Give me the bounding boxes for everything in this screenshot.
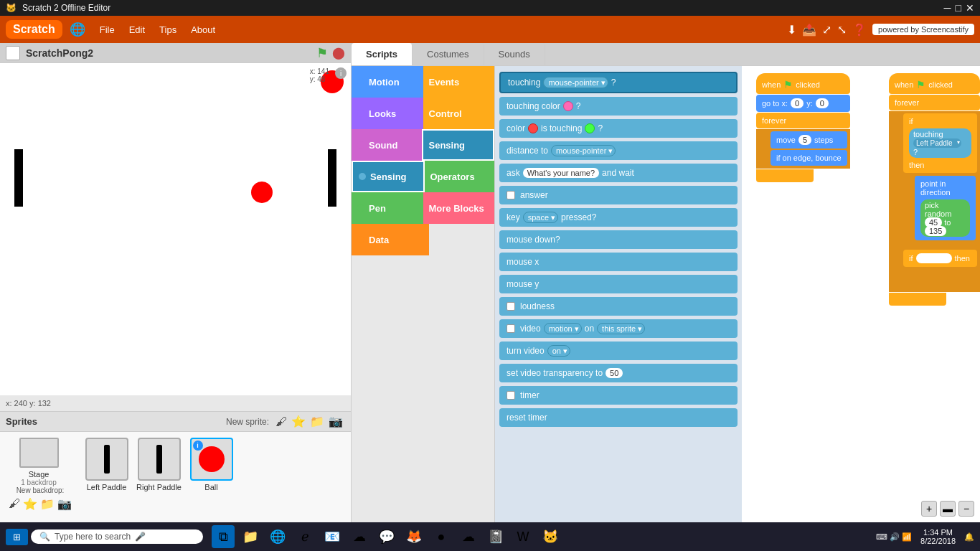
app5-button[interactable]: ☁ xyxy=(348,525,371,548)
go-to-block[interactable]: go to x: 0 y: 0 xyxy=(756,95,850,112)
stage-sprite-item[interactable]: Stage 1 backdrop New backdrop: 🖌 ⭐ 📁 📷 xyxy=(6,438,72,511)
new-sprite-button[interactable]: ⭐ xyxy=(291,415,306,428)
timer-checkbox[interactable] xyxy=(507,391,515,400)
color-swatch-2[interactable] xyxy=(585,123,595,133)
video-trans-input[interactable]: 50 xyxy=(606,368,623,378)
outlook-button[interactable]: 📧 xyxy=(321,525,344,548)
tab-scripts[interactable]: Scripts xyxy=(352,43,413,65)
if-touching-block[interactable]: if touching Left Paddle▾ ? then xyxy=(903,113,977,173)
onenote-button[interactable]: 📓 xyxy=(484,525,507,548)
stage-info-icon[interactable]: i xyxy=(335,67,347,79)
camera-backdrop-button[interactable]: 📷 xyxy=(57,497,72,511)
turn-video-block[interactable]: turn video on xyxy=(499,342,738,360)
distance-to-block[interactable]: distance to mouse-pointer xyxy=(499,141,738,160)
paint-sprite-button[interactable]: 🖌 xyxy=(275,415,287,428)
if-empty-block[interactable]: if then xyxy=(903,250,977,267)
answer-checkbox[interactable] xyxy=(507,191,515,199)
left-paddle-item[interactable]: Left Paddle xyxy=(83,438,130,491)
when-clicked-hat-2[interactable]: when ⚑ clicked xyxy=(889,73,980,94)
events-category[interactable]: Events xyxy=(423,66,495,98)
ie-button[interactable]: ℯ xyxy=(293,525,316,548)
upload-backdrop-button[interactable]: 📁 xyxy=(40,497,55,511)
tips-menu[interactable]: Tips xyxy=(152,20,184,39)
answer-block[interactable]: answer xyxy=(499,186,738,204)
data-category[interactable]: Data xyxy=(352,224,429,255)
ask-input[interactable]: What's your name? xyxy=(523,168,599,178)
color-swatch[interactable] xyxy=(528,123,538,133)
close-button[interactable]: ✕ xyxy=(966,2,974,14)
loudness-block[interactable]: loudness xyxy=(499,297,738,316)
tab-sounds[interactable]: Sounds xyxy=(484,43,545,65)
zoom-out-button[interactable]: + xyxy=(921,501,937,517)
import-backdrop-button[interactable]: ⭐ xyxy=(23,497,37,511)
video-sprite-dropdown[interactable]: this sprite xyxy=(597,323,645,334)
sensing-category[interactable]: Sensing xyxy=(352,161,425,192)
touching-dropdown[interactable]: mouse-pointer xyxy=(543,77,608,88)
file-explorer-button[interactable]: 📁 xyxy=(239,525,262,548)
reset-timer-block[interactable]: reset timer xyxy=(499,408,738,427)
minimize-button[interactable]: ─ xyxy=(944,2,951,14)
about-menu[interactable]: About xyxy=(184,20,222,39)
x-input[interactable]: 0 xyxy=(791,98,804,108)
ask-block[interactable]: ask What's your name? and wait xyxy=(499,164,738,182)
task-view-button[interactable]: ⧉ xyxy=(212,525,235,548)
mouse-down-block[interactable]: mouse down? xyxy=(499,230,738,249)
loudness-checkbox[interactable] xyxy=(507,302,515,311)
paint-backdrop-button[interactable]: 🖌 xyxy=(9,497,20,511)
pen-category[interactable]: Pen xyxy=(352,192,423,224)
zoom-in-button[interactable]: − xyxy=(958,501,974,517)
language-menu[interactable]: 🌐 xyxy=(70,22,85,37)
bounce-block[interactable]: if on edge, bounce xyxy=(771,150,847,166)
word-button[interactable]: W xyxy=(512,525,534,548)
app11-button[interactable]: 🐱 xyxy=(539,525,562,548)
color-touching-block[interactable]: color is touching ? xyxy=(499,119,738,138)
sensing-category-right[interactable]: Sensing xyxy=(422,129,495,161)
control-category[interactable]: Control xyxy=(423,98,495,129)
edge-button[interactable]: 🌐 xyxy=(266,525,289,548)
forever-block-1[interactable]: forever xyxy=(756,113,850,128)
touching-block[interactable]: touching mouse-pointer ? xyxy=(499,72,738,93)
steps-input[interactable]: 5 xyxy=(798,135,811,145)
start-button[interactable]: ⊞ xyxy=(6,529,28,545)
firefox-button[interactable]: 🦊 xyxy=(402,525,425,548)
zoom-fit-button[interactable]: ▬ xyxy=(940,501,956,517)
looks-category[interactable]: Looks xyxy=(352,98,423,129)
right-paddle-item[interactable]: Right Paddle xyxy=(136,438,182,491)
move-block[interactable]: move 5 steps xyxy=(771,131,847,149)
upload-sprite-button[interactable]: 📁 xyxy=(310,415,324,428)
search-box[interactable]: 🔍 Type here to search 🎤 xyxy=(31,529,203,544)
stop-button[interactable]: ⬤ xyxy=(332,46,345,60)
notification-icon[interactable]: 🔔 xyxy=(964,532,974,542)
key-pressed-block[interactable]: key space pressed? xyxy=(499,208,738,227)
random-max[interactable]: 135 xyxy=(925,226,946,236)
video-transparency-block[interactable]: set video transparency to 50 xyxy=(499,364,738,382)
point-direction-block[interactable]: point in direction pick random 45 to 135 xyxy=(915,176,976,240)
forever-block-2[interactable]: forever xyxy=(889,95,980,110)
app6-button[interactable]: 💬 xyxy=(375,525,398,548)
motion-category[interactable]: Motion xyxy=(352,66,423,98)
distance-dropdown[interactable]: mouse-pointer xyxy=(551,145,616,156)
help-icon[interactable]: ❓ xyxy=(852,23,867,37)
maximize-button[interactable]: □ xyxy=(956,2,961,14)
mouse-x-block[interactable]: mouse x xyxy=(499,253,738,271)
download-icon[interactable]: ⬇ xyxy=(787,23,796,37)
share-icon[interactable]: 📤 xyxy=(802,23,816,37)
key-dropdown[interactable]: space xyxy=(523,212,558,223)
green-flag-button[interactable]: ⚑ xyxy=(316,45,328,61)
touching-color-block[interactable]: touching color ? xyxy=(499,97,738,116)
file-menu[interactable]: File xyxy=(93,20,122,39)
edit-menu[interactable]: Edit xyxy=(122,20,152,39)
onedrive-button[interactable]: ☁ xyxy=(457,525,480,548)
collapse-icon[interactable]: ⤡ xyxy=(837,23,847,37)
touching-color-swatch[interactable] xyxy=(563,101,573,111)
more-blocks-category[interactable]: More Blocks xyxy=(423,192,495,224)
when-clicked-hat-1[interactable]: when ⚑ clicked xyxy=(756,73,850,94)
camera-sprite-button[interactable]: 📷 xyxy=(329,415,343,428)
timer-block[interactable]: timer xyxy=(499,386,738,405)
sound-category[interactable]: Sound xyxy=(352,129,422,161)
video-motion-block[interactable]: video motion on this sprite xyxy=(499,319,738,338)
video-motion-dropdown[interactable]: motion xyxy=(544,323,582,334)
mouse-y-block[interactable]: mouse y xyxy=(499,275,738,293)
expand-icon[interactable]: ⤢ xyxy=(822,23,831,37)
y-input[interactable]: 0 xyxy=(816,98,829,108)
